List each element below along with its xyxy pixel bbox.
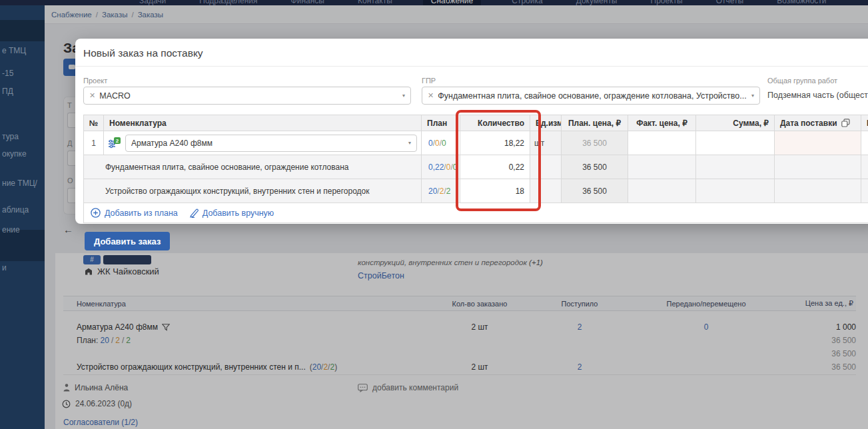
gpr-value: Фундаментная плита, свайное основание, о…: [438, 91, 747, 101]
delivery-date-cell: [775, 155, 861, 179]
sum-cell: [696, 155, 775, 179]
gpr-label: ГПР: [422, 77, 436, 85]
order-subline-row: Устройство ограждающих конструкций, внут…: [84, 179, 868, 203]
clear-icon[interactable]: ✕: [89, 91, 95, 100]
col-fact-price: Факт. цена, ₽: [628, 115, 696, 131]
plan-received: 0: [442, 139, 446, 148]
chevron-down-icon[interactable]: ▾: [751, 93, 754, 99]
col-nomenclature: Номенклатура: [104, 115, 422, 131]
sum-cell: [696, 179, 775, 203]
clear-icon[interactable]: ✕: [428, 91, 434, 100]
plan-total: 0,22: [428, 163, 444, 172]
col-sum: Сумма, ₽: [696, 115, 775, 131]
delivery-date-label: Дата поставки: [780, 119, 837, 128]
plan-price-cell: 36 500: [562, 155, 628, 179]
col-plan-price: План. цена, ₽: [562, 115, 628, 131]
chevron-down-icon[interactable]: ▾: [402, 93, 405, 99]
table-actions-row: Добавить из плана Добавить вручную: [84, 203, 868, 223]
plan-cell: 0,22/0/0: [422, 155, 460, 179]
unit-cell: [530, 155, 562, 179]
row-number: 1: [84, 131, 104, 155]
add-manual-link[interactable]: Добавить вручную: [190, 209, 274, 218]
project-label: Проект: [83, 77, 107, 85]
plus-circle-icon: [91, 208, 101, 218]
modal-title: Новый заказ на поставку: [75, 39, 868, 67]
delivery-date-cell: [775, 179, 861, 203]
plan-price-cell: 36 500: [562, 179, 628, 203]
fact-price-cell: [628, 179, 696, 203]
col-plan: План: [422, 115, 460, 131]
order-line-row: 1 2 Арматура А: [84, 131, 868, 155]
fact-price-input[interactable]: [628, 131, 696, 155]
nomenclature-value: Арматура А240 ф8мм: [131, 139, 404, 148]
svg-text:2: 2: [116, 137, 119, 143]
gpr-select[interactable]: ✕ Фундаментная плита, свайное основание,…: [422, 87, 760, 105]
delivery-date-input[interactable]: [775, 131, 861, 155]
new-order-modal: Новый заказ на поставку Проект ✕ MACRO ▾…: [75, 39, 868, 224]
work-name: Устройство ограждающих конструкций, внут…: [84, 179, 422, 203]
plan-price-cell: 36 500: [562, 131, 628, 155]
qty-input[interactable]: 0,22: [460, 155, 530, 179]
project-value: MACRO: [99, 91, 398, 101]
qty-input[interactable]: 18: [460, 179, 530, 203]
plan-total: 0: [428, 139, 433, 148]
col-comment: Комм: [861, 115, 868, 131]
plan-ordered: 0: [435, 139, 440, 148]
plan-cell: 0/0/0: [422, 131, 460, 155]
plan-received: 2: [446, 187, 451, 196]
add-from-plan-link[interactable]: Добавить из плана: [91, 208, 178, 218]
qty-input[interactable]: 18,22: [460, 131, 530, 155]
col-qty: Количество: [460, 115, 530, 131]
add-order-button[interactable]: Добавить заказ: [85, 232, 170, 250]
sliders-icon[interactable]: 2: [108, 137, 121, 149]
plan-total: 20: [428, 187, 437, 196]
order-lines-table: № Номенклатура План Количество Ед.изм. П…: [83, 115, 868, 223]
work-name: Фундаментная плита, свайное основание, о…: [84, 155, 422, 179]
order-subline-row: Фундаментная плита, свайное основание, о…: [84, 155, 868, 179]
comment-cell: [861, 155, 868, 179]
table-header-row: № Номенклатура План Количество Ед.изм. П…: [84, 115, 868, 131]
col-num: №: [84, 115, 104, 131]
work-group-label: Общая группа работ: [767, 77, 837, 85]
copy-icon[interactable]: [841, 119, 850, 127]
comment-cell[interactable]: [861, 131, 868, 155]
nomenclature-select[interactable]: Арматура А240 ф8мм ▾: [125, 135, 417, 152]
pencil-icon: [190, 209, 199, 218]
col-unit: Ед.изм.: [530, 115, 562, 131]
add-from-plan-label: Добавить из плана: [105, 209, 178, 218]
add-manual-label: Добавить вручную: [203, 209, 274, 218]
project-select[interactable]: ✕ MACRO ▾: [83, 87, 411, 105]
unit-cell: [530, 179, 562, 203]
app-root: Задачи Подразделения Финансы Контакты Сн…: [0, 0, 868, 429]
sum-cell: [696, 131, 775, 155]
work-group-value: Подземная часть (общестр: [767, 91, 868, 100]
fact-price-cell: [628, 155, 696, 179]
plan-received: 0: [453, 163, 458, 172]
plan-cell: 20/2/2: [422, 179, 460, 203]
col-delivery-date: Дата поставки: [775, 115, 861, 131]
comment-cell: [861, 179, 868, 203]
unit-cell: шт: [530, 131, 562, 155]
chevron-down-icon[interactable]: ▾: [408, 140, 411, 146]
